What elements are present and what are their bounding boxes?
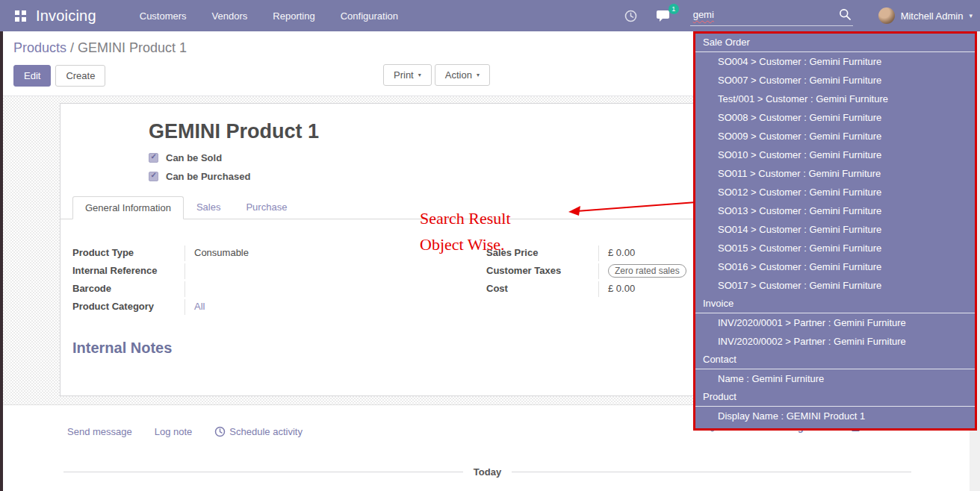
search-result-category: Contact: [695, 351, 975, 369]
top-menu-item[interactable]: Reporting: [273, 10, 314, 22]
search-result-item[interactable]: SO016 > Customer : Gemini Furniture: [695, 257, 975, 276]
field-label: Product Type: [72, 246, 184, 261]
form-tab[interactable]: Sales: [184, 196, 234, 219]
field-row: Product Type Consumable: [72, 246, 446, 261]
search-result-item[interactable]: Display Name : GEMINI Product 1: [695, 407, 975, 425]
edit-button[interactable]: Edit: [13, 65, 51, 87]
print-caret-icon: ▾: [418, 72, 421, 78]
search-result-item[interactable]: SO017 > Customer : Gemini Furniture: [695, 276, 975, 295]
search-result-section: Contact Name : Gemini Furniture: [695, 351, 975, 388]
form-tab[interactable]: General Information: [72, 196, 184, 219]
search-result-item[interactable]: Name : Gemini Furniture: [695, 369, 975, 388]
search-result-item[interactable]: SO009 > Customer : Gemini Furniture: [695, 127, 975, 146]
checkbox-label: Can be Sold: [166, 152, 222, 163]
action-caret-icon: ▾: [477, 72, 480, 78]
schedule-activity-link[interactable]: Schedule activity: [214, 426, 303, 437]
today-divider: Today: [63, 466, 911, 478]
top-menu: CustomersVendorsReportingConfiguration: [140, 10, 398, 22]
page: Invoicing CustomersVendorsReportingConfi…: [0, 0, 980, 491]
checkbox[interactable]: [149, 153, 158, 163]
annotation-text: Search Result Object Wise.: [420, 205, 511, 257]
field-row: Internal Reference: [72, 263, 446, 279]
field-row: Barcode: [72, 281, 446, 297]
field-value[interactable]: [184, 263, 446, 279]
field-row: Product Category All: [72, 299, 446, 315]
user-menu-caret-icon[interactable]: ▾: [969, 12, 973, 19]
apps-menu-button[interactable]: [10, 6, 30, 25]
search-result-item[interactable]: SO010 > Customer : Gemini Furniture: [695, 146, 975, 164]
checkbox-label: Can be Purchased: [166, 171, 250, 182]
divider-line: [63, 472, 463, 472]
today-label: Today: [474, 466, 501, 478]
message-count-badge: 1: [669, 4, 679, 14]
field-value[interactable]: All: [184, 299, 446, 315]
field-label: Cost: [486, 281, 598, 297]
search-result-section: Product Display Name : GEMINI Product 1: [695, 388, 975, 425]
breadcrumb-current: GEMINI Product 1: [78, 40, 187, 55]
checkbox[interactable]: [149, 172, 158, 181]
search-result-item[interactable]: SO015 > Customer : Gemini Furniture: [695, 239, 975, 257]
field-label: Internal Reference: [72, 263, 184, 279]
action-button[interactable]: Action▾: [435, 64, 490, 86]
chatter-actions: Send message Log note Schedule activity: [67, 426, 303, 437]
field-label: Product Category: [72, 299, 184, 315]
search-result-item[interactable]: SO008 > Customer : Gemini Furniture: [695, 108, 975, 127]
search-result-items: Display Name : GEMINI Product 1: [695, 407, 975, 425]
clock-icon: [214, 426, 226, 437]
checkbox-row: Can be Sold: [149, 151, 250, 163]
search-result-item[interactable]: SO014 > Customer : Gemini Furniture: [695, 220, 975, 239]
clock-icon: [624, 10, 637, 22]
search-result-item[interactable]: SO012 > Customer : Gemini Furniture: [695, 183, 975, 201]
topbar-right: 1 gemi Mitchell Admin ▾: [624, 6, 973, 26]
search-result-item[interactable]: SO011 > Customer : Gemini Furniture: [695, 164, 975, 183]
search-icon[interactable]: [839, 8, 852, 21]
annotation-arrow: [566, 196, 701, 219]
divider-line: [512, 472, 911, 472]
form-tab[interactable]: Purchase: [233, 196, 300, 219]
record-buttons: Edit Create: [13, 65, 105, 87]
messages-button[interactable]: 1: [657, 9, 671, 22]
search-result-section: Sale Order SO004 > Customer : Gemini Fur…: [695, 34, 975, 295]
field-value[interactable]: [184, 281, 446, 297]
print-button[interactable]: Print▾: [383, 64, 432, 86]
top-navbar: Invoicing CustomersVendorsReportingConfi…: [0, 0, 980, 31]
search-result-item[interactable]: INV/2020/0001 > Partner : Gemini Furnitu…: [695, 313, 975, 332]
field-value-text: £ 0.00: [608, 247, 635, 258]
breadcrumb: Products / GEMINI Product 1: [13, 40, 187, 56]
field-value[interactable]: Consumable: [184, 246, 446, 261]
search-input[interactable]: gemi: [693, 9, 839, 20]
search-result-item[interactable]: Test/001 > Customer : Gemini Furniture: [695, 90, 975, 108]
create-button[interactable]: Create: [55, 65, 105, 87]
search-result-item[interactable]: SO013 > Customer : Gemini Furniture: [695, 201, 975, 220]
search-result-item[interactable]: SO004 > Customer : Gemini Furniture: [695, 52, 975, 71]
top-menu-item[interactable]: Customers: [140, 10, 187, 22]
field-value-text: Zero rated sales: [608, 264, 686, 278]
search-results-dropdown: Sale Order SO004 > Customer : Gemini Fur…: [693, 31, 977, 431]
search-result-category: Sale Order: [695, 34, 975, 52]
search-result-items: SO004 > Customer : Gemini Furniture SO00…: [695, 52, 975, 295]
search-result-category: Product: [695, 388, 975, 407]
activity-button[interactable]: [624, 10, 637, 22]
breadcrumb-products-link[interactable]: Products: [13, 40, 66, 55]
search-result-section: Invoice INV/2020/0001 > Partner : Gemini…: [695, 295, 975, 351]
user-avatar[interactable]: [878, 7, 895, 24]
top-menu-item[interactable]: Configuration: [341, 10, 398, 22]
field-label: Barcode: [72, 281, 184, 297]
left-edge-strip: [0, 31, 3, 491]
breadcrumb-separator: /: [66, 40, 78, 55]
checkbox-row: Can be Purchased: [149, 170, 250, 182]
send-message-link[interactable]: Send message: [67, 426, 132, 437]
internal-notes-heading: Internal Notes: [72, 340, 172, 357]
top-menu-item[interactable]: Vendors: [212, 10, 248, 22]
app-title[interactable]: Invoicing: [36, 7, 96, 25]
search-result-item[interactable]: INV/2020/0002 > Partner : Gemini Furnitu…: [695, 332, 975, 351]
field-label: Customer Taxes: [486, 263, 598, 279]
apps-grid-icon: [15, 10, 26, 22]
field-group-left: Product Type Consumable Internal Referen…: [72, 246, 446, 317]
print-action-buttons: Print▾ Action▾: [383, 64, 490, 86]
log-note-link[interactable]: Log note: [155, 426, 193, 437]
global-search[interactable]: gemi: [690, 6, 853, 26]
search-result-items: INV/2020/0001 > Partner : Gemini Furnitu…: [695, 313, 975, 351]
search-result-item[interactable]: SO007 > Customer : Gemini Furniture: [695, 71, 975, 90]
user-name[interactable]: Mitchell Admin: [901, 10, 964, 22]
